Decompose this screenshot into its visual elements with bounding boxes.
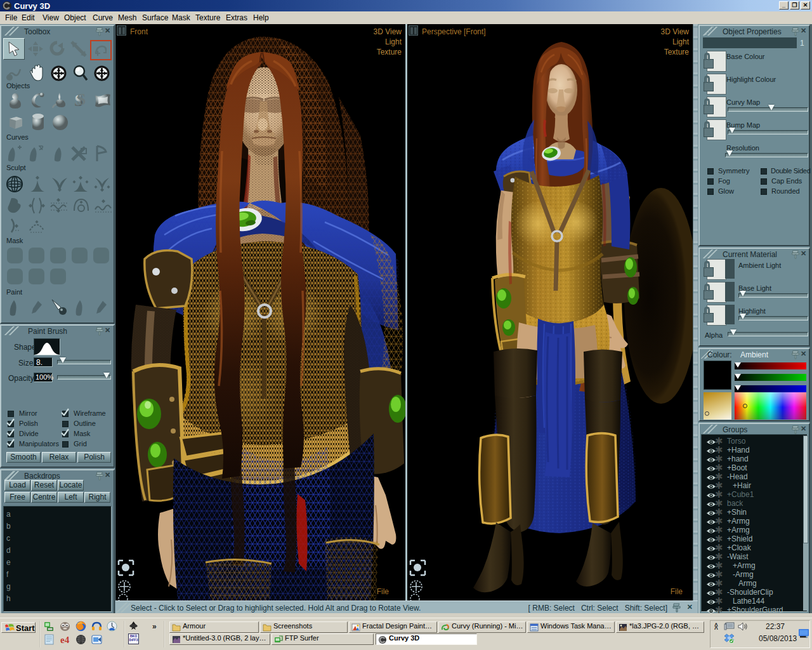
svg-text:S: S <box>77 91 86 109</box>
svg-text:e4: e4 <box>60 635 70 645</box>
